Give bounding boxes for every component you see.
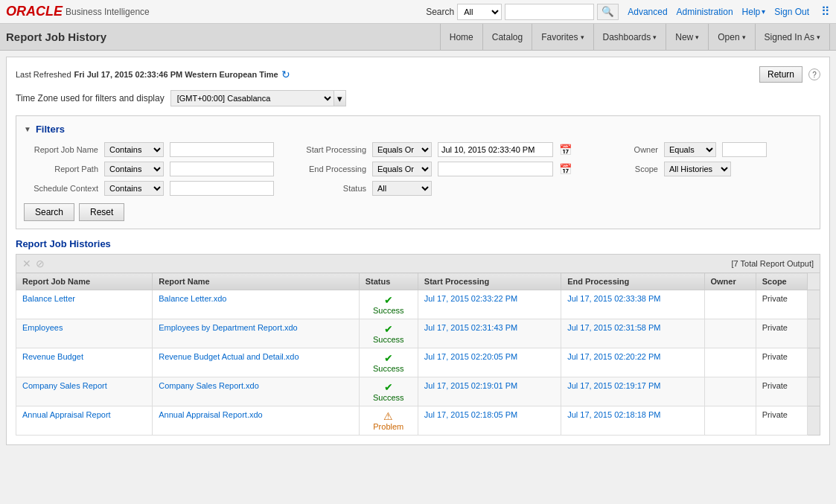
report-name-cell[interactable]: Balance Letter.xdo bbox=[153, 290, 359, 319]
return-button[interactable]: Return bbox=[759, 66, 803, 83]
report-job-name-op[interactable]: Contains bbox=[104, 142, 164, 157]
table-row: Company Sales Report Company Sales Repor… bbox=[16, 377, 820, 406]
owner-label: Owner bbox=[584, 145, 658, 154]
end-cell: Jul 17, 2015 02:20:22 PM bbox=[561, 348, 704, 377]
filters-section: ▼ Filters Report Job Name Contains Start… bbox=[16, 115, 820, 229]
nav-favorites[interactable]: Favorites ▾ bbox=[532, 24, 593, 51]
report-job-name-input[interactable] bbox=[170, 142, 274, 157]
status-cell: ✔Success bbox=[359, 348, 418, 377]
nav-items: Home Catalog Favorites ▾ Dashboards ▾ Ne… bbox=[440, 24, 830, 51]
report-name-cell[interactable]: Employees by Department Report.xdo bbox=[153, 319, 359, 348]
status-select[interactable]: All bbox=[372, 181, 432, 196]
search-scope-select[interactable]: All bbox=[457, 4, 502, 20]
report-path-input[interactable] bbox=[170, 162, 274, 176]
search-input[interactable] bbox=[505, 4, 594, 20]
end-processing-calendar-icon[interactable]: 📅 bbox=[559, 163, 572, 175]
administration-link[interactable]: Administration bbox=[677, 7, 733, 17]
grid-icon[interactable]: ⠿ bbox=[821, 4, 830, 19]
owner-op[interactable]: Equals bbox=[664, 142, 716, 157]
status-cell: ✔Success bbox=[359, 377, 418, 406]
scrollbar-header bbox=[808, 273, 820, 290]
scope-cell: Private bbox=[756, 319, 807, 348]
nav-home[interactable]: Home bbox=[440, 24, 483, 51]
refresh-bar: Last Refreshed Fri Jul 17, 2015 02:33:46… bbox=[16, 66, 820, 83]
search-button[interactable]: 🔍 bbox=[597, 4, 619, 20]
status-cell: ✔Success bbox=[359, 290, 418, 319]
col-header-scope: Scope bbox=[756, 273, 807, 290]
scrollbar-cell bbox=[808, 319, 820, 348]
job-name-cell[interactable]: Revenue Budget bbox=[16, 348, 153, 377]
timezone-dropdown-btn[interactable]: ▾ bbox=[334, 90, 346, 106]
refresh-info: Last Refreshed Fri Jul 17, 2015 02:33:46… bbox=[16, 68, 290, 80]
oracle-wordmark: ORACLE bbox=[6, 4, 63, 19]
nav-new[interactable]: New ▾ bbox=[666, 24, 709, 51]
end-processing-input[interactable] bbox=[438, 162, 553, 176]
start-cell: Jul 17, 2015 02:18:05 PM bbox=[418, 406, 561, 436]
owner-cell bbox=[704, 348, 756, 377]
nav-signed-in[interactable]: Signed In As ▾ bbox=[756, 24, 830, 51]
start-cell: Jul 17, 2015 02:20:05 PM bbox=[418, 348, 561, 377]
reset-button[interactable]: Reset bbox=[79, 203, 124, 221]
end-cell: Jul 17, 2015 02:33:38 PM bbox=[561, 290, 704, 319]
search-area: Search All 🔍 bbox=[426, 4, 619, 20]
report-job-name-label: Report Job Name bbox=[24, 145, 98, 154]
scope-cell: Private bbox=[756, 348, 807, 377]
results-table-wrapper: Report Job Name Report Name Status Start… bbox=[16, 272, 820, 436]
nav-dashboards[interactable]: Dashboards ▾ bbox=[594, 24, 667, 51]
nav-open[interactable]: Open ▾ bbox=[709, 24, 755, 51]
results-toolbar: ✕ ⊘ [7 Total Report Output] bbox=[16, 254, 820, 272]
main-content: Last Refreshed Fri Jul 17, 2015 02:33:46… bbox=[6, 57, 830, 445]
scope-cell: Private bbox=[756, 406, 807, 436]
timezone-label: Time Zone used for filters and display bbox=[16, 93, 165, 103]
owner-cell bbox=[704, 319, 756, 348]
timezone-select-wrapper: [GMT+00:00] Casablanca ▾ bbox=[170, 90, 346, 106]
search-label: Search bbox=[426, 7, 454, 17]
end-cell: Jul 17, 2015 02:18:18 PM bbox=[561, 406, 704, 436]
end-processing-op[interactable]: Equals Or bbox=[372, 162, 432, 176]
delete-icon[interactable]: ✕ bbox=[22, 258, 31, 269]
timezone-select[interactable]: [GMT+00:00] Casablanca bbox=[170, 90, 334, 106]
search-button[interactable]: Search bbox=[24, 203, 74, 221]
owner-cell bbox=[704, 406, 756, 436]
start-processing-calendar-icon[interactable]: 📅 bbox=[559, 144, 572, 156]
scope-select[interactable]: All Histories bbox=[664, 162, 731, 176]
advanced-link[interactable]: Advanced bbox=[628, 7, 667, 17]
report-name-cell[interactable]: Annual Appraisal Report.xdo bbox=[153, 406, 359, 436]
start-processing-op[interactable]: Equals Or bbox=[372, 142, 432, 157]
refresh-icon[interactable]: ↻ bbox=[281, 68, 290, 80]
owner-input[interactable] bbox=[722, 142, 767, 157]
col-header-owner: Owner bbox=[704, 273, 756, 290]
col-header-report-name: Report Name bbox=[153, 273, 359, 290]
scope-cell: Private bbox=[756, 377, 807, 406]
report-path-label: Report Path bbox=[24, 165, 98, 173]
table-row: Revenue Budget Revenue Budget Actual and… bbox=[16, 348, 820, 377]
scope-cell: Private bbox=[756, 290, 807, 319]
bi-label: Business Intelligence bbox=[66, 7, 150, 17]
job-name-cell[interactable]: Company Sales Report bbox=[16, 377, 153, 406]
help-button[interactable]: Help ▾ bbox=[742, 7, 766, 17]
end-cell: Jul 17, 2015 02:31:58 PM bbox=[561, 319, 704, 348]
report-name-cell[interactable]: Revenue Budget Actual and Detail.xdo bbox=[153, 348, 359, 377]
top-navigation: ORACLE Business Intelligence Search All … bbox=[0, 0, 836, 24]
status-cell: ⚠Problem bbox=[359, 406, 418, 436]
status-cell: ✔Success bbox=[359, 319, 418, 348]
end-processing-label: End Processing bbox=[292, 165, 366, 173]
report-name-cell[interactable]: Company Sales Report.xdo bbox=[153, 377, 359, 406]
job-name-cell[interactable]: Balance Letter bbox=[16, 290, 153, 319]
col-header-start: Start Processing bbox=[418, 273, 561, 290]
nav-catalog[interactable]: Catalog bbox=[483, 24, 532, 51]
filters-header[interactable]: ▼ Filters bbox=[24, 124, 812, 135]
page-title: Report Job History bbox=[6, 31, 106, 43]
report-path-op[interactable]: Contains bbox=[104, 162, 164, 176]
owner-cell bbox=[704, 290, 756, 319]
top-nav-links: Advanced Administration Help ▾ Sign Out … bbox=[628, 4, 830, 19]
cancel-icon[interactable]: ⊘ bbox=[36, 258, 45, 269]
last-refreshed-prefix: Last Refreshed bbox=[16, 70, 71, 79]
schedule-context-input[interactable] bbox=[170, 181, 274, 196]
job-name-cell[interactable]: Annual Appraisal Report bbox=[16, 406, 153, 436]
help-circle-icon[interactable]: ? bbox=[808, 68, 820, 80]
signout-link[interactable]: Sign Out bbox=[774, 7, 809, 17]
start-processing-input[interactable] bbox=[438, 142, 553, 157]
schedule-context-op[interactable]: Contains bbox=[104, 181, 164, 196]
job-name-cell[interactable]: Employees bbox=[16, 319, 153, 348]
